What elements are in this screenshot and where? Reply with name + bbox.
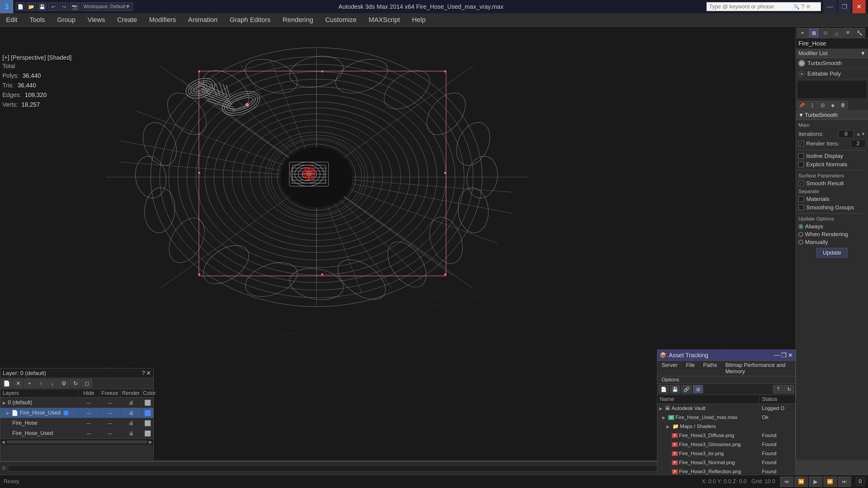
layer-0-render[interactable]: 🖨 [120, 400, 141, 405]
iterations-spinner[interactable]: ▲▼ [856, 131, 866, 137]
always-radio-btn[interactable] [798, 224, 803, 229]
save-btn[interactable]: 💾 [37, 2, 47, 11]
smooth-result-checkbox[interactable] [798, 181, 804, 186]
show-all-btn[interactable]: | [807, 101, 817, 109]
layers-move-down-btn[interactable]: ↓ [47, 379, 58, 388]
timeline-end-btn[interactable]: ⏭ [838, 477, 851, 487]
manually-radio-btn[interactable] [798, 240, 803, 245]
remove-modifier-btn[interactable]: 🗑 [838, 101, 848, 109]
timeline-play-pause-btn[interactable]: ▶ [809, 477, 822, 487]
menu-edit[interactable]: Edit [0, 13, 24, 27]
tab-motion[interactable]: △ [831, 28, 842, 38]
layer-0-hide[interactable]: — [78, 400, 99, 405]
layer-firehose-hide[interactable]: — [78, 421, 99, 426]
select-filter-btn[interactable]: ⊡ [818, 101, 827, 109]
layer-firehoseused-freeze[interactable]: — [99, 411, 120, 415]
asset-tool-refresh[interactable]: ↻ [784, 385, 794, 393]
object-name[interactable]: Fire_Hose [796, 38, 868, 49]
smoothing-groups-checkbox[interactable] [798, 205, 804, 210]
layer-firehoseused-expand[interactable]: ▶ [6, 411, 10, 415]
layer-firehose-color[interactable] [141, 420, 153, 426]
asset-tool-help[interactable]: ? [773, 385, 783, 393]
layers-refresh-btn[interactable]: ↻ [70, 379, 81, 388]
asset-row-maps[interactable]: ▶ 📁 Maps / Shaders [657, 422, 795, 431]
layer-firehoseused2-color[interactable] [141, 430, 153, 436]
layers-delete-btn[interactable]: ✕ [13, 379, 23, 388]
layers-close-btn[interactable]: ✕ [146, 369, 151, 377]
undo-btn[interactable]: ↩ [48, 2, 58, 11]
maps-expand[interactable]: ▶ [666, 424, 671, 429]
tab-hierarchy[interactable]: ⊙ [820, 28, 831, 38]
layer-0-freeze[interactable]: — [99, 400, 120, 405]
timeline-prev-btn[interactable]: ⏪ [795, 477, 808, 487]
layer-0-expand[interactable]: ▶ [3, 400, 6, 405]
layers-add-btn[interactable]: + [24, 379, 35, 388]
asset-menu-file[interactable]: File [682, 361, 699, 376]
asset-row-diffuse[interactable]: P Fire_Hose3_Diffuse.png Found [657, 431, 795, 440]
tab-create[interactable]: ✦ [797, 28, 808, 38]
asset-row-vault[interactable]: ▶ 🏛 Autodesk Vault Logged O [657, 404, 795, 413]
update-button[interactable]: Update [816, 248, 847, 258]
menu-tools[interactable]: Tools [24, 13, 51, 27]
asset-menu-server[interactable]: Server [657, 361, 682, 376]
layers-scroll-left[interactable]: ◀ [1, 440, 5, 444]
restore-button[interactable]: ❐ [838, 0, 851, 13]
layers-scroll-right[interactable]: ▶ [149, 440, 152, 444]
collapse-arrow[interactable]: ▼ [798, 112, 804, 119]
menu-create[interactable]: Create [111, 13, 143, 27]
layer-row-firehoseused2[interactable]: Fire_Hose_Used — — 🖨 [0, 428, 153, 438]
asset-tool-2[interactable]: 💾 [670, 385, 680, 393]
render-iters-input[interactable] [850, 140, 866, 148]
layer-firehose-render[interactable]: 🖨 [120, 421, 141, 426]
layer-firehoseused2-hide[interactable]: — [78, 431, 99, 436]
menu-help[interactable]: Help [406, 13, 432, 27]
pin-stack-btn[interactable]: 📌 [797, 101, 807, 109]
open-btn[interactable]: 📂 [27, 2, 36, 11]
layers-help-btn[interactable]: ? [142, 369, 145, 377]
close-button[interactable]: ✕ [852, 0, 866, 13]
menu-modifiers[interactable]: Modifiers [143, 13, 182, 27]
asset-row-maxfile[interactable]: ▶ M Fire_Hose_Used_max.max Ok [657, 413, 795, 422]
asset-close-btn[interactable]: ✕ [788, 352, 793, 359]
modifier-turbosmooth[interactable]: ⊙ TurboSmooth [796, 58, 868, 69]
tab-display[interactable]: 👁 [843, 28, 854, 38]
redo-btn[interactable]: ↪ [59, 2, 69, 11]
layer-row-0[interactable]: ▶ 0 (default) — — 🖨 [0, 398, 153, 408]
layer-0-color[interactable] [141, 400, 153, 406]
tab-modify[interactable]: ⊞ [808, 28, 819, 38]
menu-animation[interactable]: Animation [182, 13, 224, 27]
camera-btn[interactable]: 📷 [70, 2, 80, 11]
asset-tool-4[interactable]: ⊞ [693, 385, 703, 393]
make-unique-btn[interactable]: ◈ [828, 101, 838, 109]
asset-tool-3[interactable]: 🔗 [681, 385, 692, 393]
layer-firehoseused-color[interactable] [141, 410, 153, 416]
isoline-checkbox[interactable] [798, 153, 804, 159]
asset-tool-1[interactable]: 📄 [658, 385, 669, 393]
modifier-editpoly[interactable]: ▪ Editable Poly [796, 69, 868, 79]
timeline-play-btn[interactable]: ⏮ [780, 477, 793, 487]
layers-options-btn[interactable]: ⚙ [59, 379, 69, 388]
asset-row-lor[interactable]: P Fire_Hose3_lor.png Found [657, 449, 795, 458]
materials-checkbox[interactable] [798, 196, 804, 202]
search-input[interactable] [709, 4, 794, 10]
menu-rendering[interactable]: Rendering [277, 13, 319, 27]
workspace-btn[interactable]: Workspace: Default ▼ [81, 2, 133, 11]
menu-group[interactable]: Group [51, 13, 82, 27]
menu-maxscript[interactable]: MAXScript [363, 13, 406, 27]
iterations-input[interactable] [838, 130, 854, 138]
search-bar[interactable]: 🔍 ? ≡ [707, 2, 821, 11]
timeline-next-btn[interactable]: ⏩ [824, 477, 837, 487]
asset-menu-options[interactable]: Options [657, 376, 795, 384]
asset-row-glossines[interactable]: P Fire_Hose3_Glossines.png Found [657, 440, 795, 449]
vault-expand[interactable]: ▶ [659, 406, 664, 411]
asset-menu-bitmap[interactable]: Bitmap Performance and Memory [721, 361, 795, 376]
layer-firehoseused2-render[interactable]: 🖨 [120, 431, 141, 436]
layer-row-firehoseused[interactable]: ▶ 📄 Fire_Hose_Used — — 🖨 [0, 408, 153, 418]
layer-firehoseused-render[interactable]: 🖨 [120, 410, 141, 416]
layer-row-firehose[interactable]: Fire_Hose — — 🖨 [0, 418, 153, 428]
minimize-button[interactable]: — [824, 0, 837, 13]
asset-minimize-btn[interactable]: — [774, 352, 780, 359]
asset-menu-paths[interactable]: Paths [699, 361, 721, 376]
layer-firehoseused2-freeze[interactable]: — [99, 431, 120, 436]
maxfile-expand[interactable]: ▶ [662, 415, 667, 420]
